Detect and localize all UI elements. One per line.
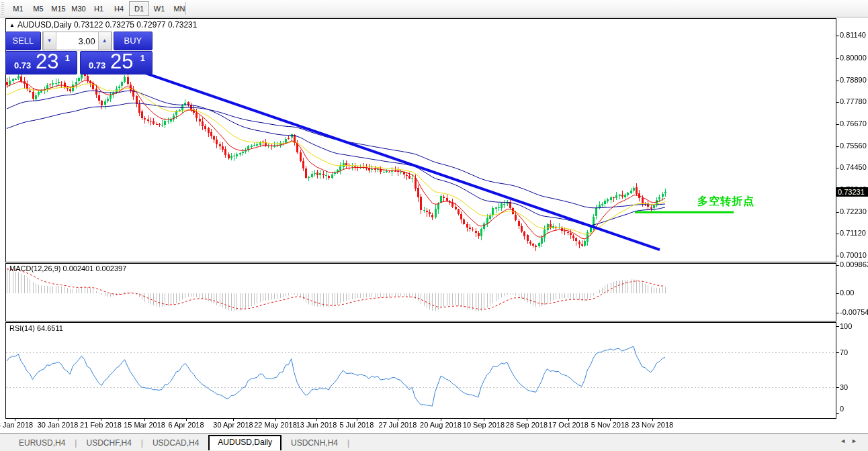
date-axis-label: 20 Aug 2018: [420, 421, 462, 429]
tab-scroll-left-icon[interactable]: ◄: [840, 438, 851, 444]
buy-price-pips: 25: [110, 50, 133, 74]
date-axis-label: 8 Jan 2018: [0, 421, 33, 429]
date-axis-label: 22 May 2018: [254, 421, 297, 429]
chart-title-text: AUDUSD,Daily 0.73122 0.73275 0.72977 0.7…: [17, 20, 198, 30]
tab-scroll-arrows[interactable]: ◄►: [840, 438, 863, 444]
price-axis-tick: 0.70010: [840, 251, 867, 259]
date-axis-label: 17 Oct 2018: [548, 421, 589, 429]
date-axis-label: 30 Jan 2018: [38, 421, 79, 429]
volume-stepper: ▼ ▲: [42, 32, 112, 50]
timeframe-button-M5[interactable]: M5: [28, 1, 48, 16]
volume-decrease-icon[interactable]: ▼: [43, 32, 56, 50]
rsi-indicator-pane[interactable]: [5, 322, 836, 419]
timeframe-button-H4[interactable]: H4: [109, 1, 129, 16]
date-axis-label: 15 Mar 2018: [124, 421, 165, 429]
sell-price-point: 1: [65, 53, 70, 63]
macd-axis-tick: 0.00: [840, 289, 854, 297]
price-axis-tick: 0.74450: [840, 163, 867, 171]
tab-EURUSD-H4[interactable]: EURUSD,H4: [9, 436, 75, 450]
volume-increase-icon[interactable]: ▲: [98, 32, 112, 50]
timeframe-button-D1[interactable]: D1: [129, 1, 149, 16]
buy-price-point: 1: [140, 53, 145, 63]
timeframe-button-M15[interactable]: M15: [48, 1, 69, 16]
date-axis-label: 5 Nov 2018: [591, 421, 629, 429]
tab-USDCHF-H4[interactable]: USDCHF,H4: [77, 436, 140, 450]
tab-USDCNH-H4[interactable]: USDCNH,H4: [281, 436, 347, 450]
macd-axis-tick: 0.009863: [840, 260, 868, 268]
sell-button[interactable]: SELL: [5, 32, 41, 50]
date-axis-label: 27 Jul 2018: [379, 421, 417, 429]
current-price-badge: 0.73231: [836, 187, 868, 197]
chart-title: ▲AUDUSD,Daily 0.73122 0.73275 0.72977 0.…: [9, 20, 197, 30]
buy-button[interactable]: BUY: [114, 32, 153, 50]
buy-price-panel[interactable]: 0.73 25 1: [80, 51, 153, 74]
tab-separator: |: [347, 438, 349, 448]
timeframe-button-M1[interactable]: M1: [8, 1, 28, 16]
price-axis-tick: 0.80000: [840, 54, 867, 62]
one-click-trading-widget: SELL ▼ ▲ BUY 0.73 23 1 0.73 25 1: [5, 32, 153, 74]
rsi-label: RSI(14) 64.6511: [9, 324, 63, 332]
date-axis-label: 5 Jul 2018: [340, 421, 374, 429]
sell-price-figure: 0.73: [14, 60, 31, 70]
date-axis-label: 28 Sep 2018: [506, 421, 548, 429]
mt4-window: M1M5M15M30H1H4D1W1MN ▲AUDUSD,Daily 0.731…: [0, 0, 868, 451]
timeframe-button-M30[interactable]: M30: [69, 1, 89, 16]
toolbar-separator: [185, 2, 186, 15]
price-axis-tick: 0.76670: [840, 119, 867, 128]
rsi-axis-tick: 70: [840, 348, 848, 356]
timeframe-toolbar: M1M5M15M30H1H4D1W1MN: [0, 0, 868, 17]
rsi-axis-tick: 30: [840, 383, 848, 391]
macd-axis-tick: -0.007543: [840, 308, 868, 316]
chart-tab-bar: EURUSD,H4|USDCHF,H4|USDCAD,H4AUDUSD,Dail…: [0, 433, 868, 451]
toolbar-grip-handle[interactable]: [1, 2, 4, 15]
date-axis-label: 21 Feb 2018: [80, 421, 122, 429]
timeframe-button-MN[interactable]: MN: [169, 1, 189, 16]
timeframe-button-W1[interactable]: W1: [149, 1, 169, 16]
macd-label: MACD(12,26,9) 0.002401 0.002397: [9, 264, 126, 272]
tab-USDCAD-H4[interactable]: USDCAD,H4: [143, 436, 208, 450]
date-axis-label: 13 Jun 2018: [296, 421, 337, 429]
chart-tabs: EURUSD,H4|USDCHF,H4|USDCAD,H4AUDUSD,Dail…: [9, 436, 349, 450]
date-axis-label: 10 Sep 2018: [463, 421, 505, 429]
tab-AUDUSD-Daily[interactable]: AUDUSD,Daily: [208, 435, 281, 450]
sell-price-panel[interactable]: 0.73 23 1: [5, 51, 77, 74]
timeframe-buttons: M1M5M15M30H1H4D1W1MN: [8, 1, 189, 16]
sell-price-pips: 23: [36, 50, 58, 74]
tab-scroll-right-icon[interactable]: ►: [851, 438, 863, 444]
price-axis-tick: 0.78890: [840, 76, 867, 84]
price-axis-tick: 0.75560: [840, 142, 867, 150]
collapse-arrow-icon[interactable]: ▲: [9, 22, 15, 28]
price-axis-tick: 0.72230: [840, 207, 867, 215]
macd-indicator-pane[interactable]: [5, 263, 836, 321]
rsi-axis-tick: 0: [840, 405, 844, 413]
date-axis-label: 6 Apr 2018: [168, 421, 204, 429]
rsi-axis-tick: 100: [840, 322, 852, 330]
price-axis-tick: 0.77780: [840, 97, 867, 105]
timeframe-button-H1[interactable]: H1: [89, 1, 109, 16]
price-axis-tick: 0.81140: [840, 31, 866, 39]
chart-annotation-text[interactable]: 多空转折点: [697, 195, 754, 209]
buy-price-figure: 0.73: [89, 60, 105, 70]
date-axis-label: 30 Apr 2018: [213, 421, 253, 429]
volume-input[interactable]: [56, 32, 98, 50]
date-axis-label: 23 Nov 2018: [632, 421, 673, 429]
price-axis-tick: 0.71120: [840, 229, 866, 237]
